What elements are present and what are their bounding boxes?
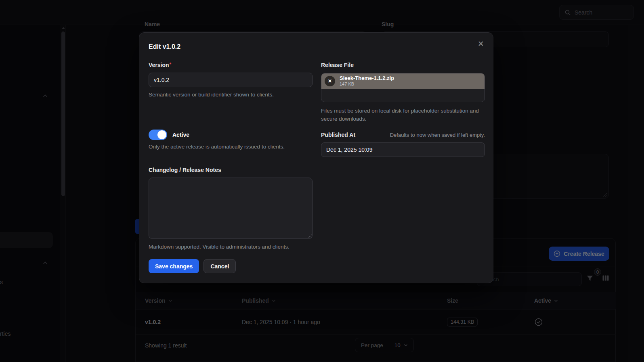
edit-release-modal: Edit v1.0.2 ✕ Version* Semantic version …	[139, 32, 493, 283]
changelog-helper: Markdown supported. Visible to administr…	[149, 243, 313, 251]
cancel-button[interactable]: Cancel	[203, 259, 236, 273]
changelog-textarea[interactable]	[149, 178, 313, 239]
app-window: s rties Name Slug Create Release 0	[0, 0, 644, 362]
file-name: Sleek-Theme-1.1.2.zip	[340, 75, 394, 82]
version-label: Version*	[149, 62, 171, 68]
published-at-label: Published At	[321, 132, 355, 138]
published-at-hint: Defaults to now when saved if left empty…	[390, 132, 485, 138]
version-helper: Semantic version or build identifier sho…	[149, 91, 313, 99]
version-input[interactable]	[149, 73, 313, 87]
required-marker: *	[170, 62, 172, 67]
remove-file-icon[interactable]: ✕	[325, 76, 335, 86]
release-file-helper: Files must be stored on local disk for p…	[321, 107, 485, 123]
published-at-input[interactable]	[321, 142, 485, 157]
active-toggle[interactable]	[149, 130, 167, 140]
save-button[interactable]: Save changes	[149, 259, 199, 273]
active-helper: Only the active release is automatically…	[149, 143, 313, 151]
release-file-label: Release File	[321, 62, 354, 68]
uploaded-file-item: ✕ Sleek-Theme-1.1.2.zip 147 KB	[321, 73, 485, 89]
changelog-label: Changelog / Release Notes	[149, 167, 221, 173]
toggle-knob	[157, 130, 166, 139]
version-label-text: Version	[149, 62, 169, 68]
resize-handle[interactable]	[308, 234, 312, 238]
active-toggle-label: Active	[172, 132, 189, 138]
file-size: 147 KB	[340, 82, 394, 87]
file-dropzone[interactable]: ✕ Sleek-Theme-1.1.2.zip 147 KB	[321, 73, 485, 102]
